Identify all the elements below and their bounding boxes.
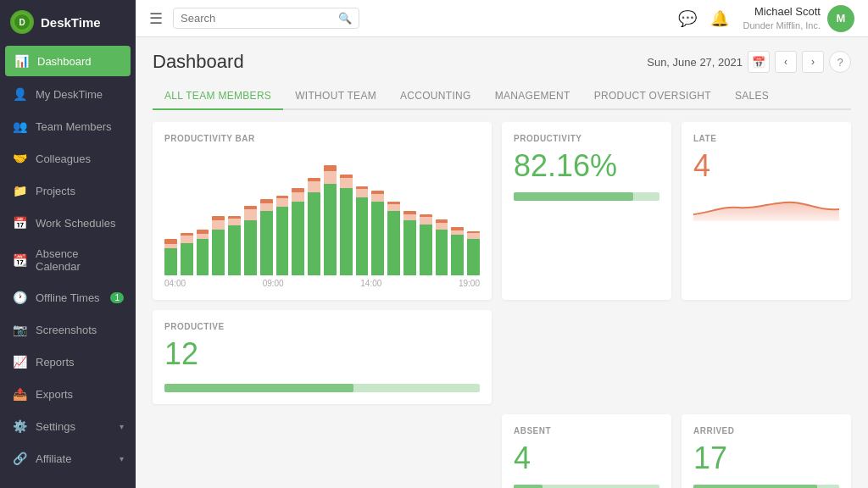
sidebar-item-team-members[interactable]: 👥 Team Members [0, 110, 136, 142]
main-content: ☰ 🔍 💬 🔔 Michael Scott Dunder Mifflin, In… [136, 0, 868, 488]
productive-widget: PRODUCTIVE 12 [153, 310, 492, 404]
tab-sales[interactable]: SALES [723, 83, 781, 110]
page-title: Dashboard [153, 51, 244, 73]
date-display: Sun, June 27, 2021 [647, 56, 743, 69]
svg-text:D: D [19, 18, 25, 27]
productivity-label: PRODUCTIVITY [514, 134, 659, 143]
prev-date-button[interactable]: ‹ [775, 51, 797, 73]
dashboard: Dashboard Sun, June 27, 2021 📅 ‹ › ? ALL… [136, 37, 868, 488]
tab-all-team-members[interactable]: ALL TEAM MEMBERS [153, 83, 283, 110]
avatar[interactable]: M [827, 5, 854, 32]
work-schedules-icon: 📅 [12, 215, 27, 230]
offline-times-icon: 🕐 [12, 290, 27, 305]
productivity-bar-widget: PRODUCTIVITY BAR 04:00 09:00 14:00 19:00 [153, 122, 492, 300]
absent-value: 4 [514, 441, 659, 476]
sidebar-item-offline-times[interactable]: 🕐 Offline Times 1 [0, 281, 136, 313]
productivity-bar-fill [514, 192, 633, 201]
productivity-widget: PRODUCTIVITY 82.16% [502, 122, 671, 300]
sidebar-item-label: Work Schedules [36, 217, 115, 230]
arrived-bar-fill [693, 485, 817, 488]
exports-icon: 📤 [12, 386, 27, 402]
tab-without-team[interactable]: WITHOUT TEAM [283, 83, 388, 110]
topbar: ☰ 🔍 💬 🔔 Michael Scott Dunder Mifflin, In… [136, 0, 868, 37]
sidebar-nav: 📊 Dashboard 👤 My DeskTime 👥 Team Members… [0, 44, 136, 488]
chevron-down-icon: ▾ [120, 454, 124, 463]
logo-text: DeskTime [41, 15, 101, 30]
sidebar: D DeskTime 📊 Dashboard 👤 My DeskTime 👥 T… [0, 0, 136, 488]
help-icon[interactable]: ? [829, 51, 851, 73]
settings-icon: ⚙️ [12, 419, 27, 434]
chat-icon[interactable]: 💬 [678, 9, 697, 28]
user-text: Michael Scott Dunder Mifflin, Inc. [743, 5, 821, 31]
row-1: PRODUCTIVITY BAR 04:00 09:00 14:00 19:00… [153, 122, 851, 300]
absent-label: ABSENT [514, 426, 659, 435]
next-date-button[interactable]: › [802, 51, 824, 73]
sidebar-item-label: Absence Calendar [36, 247, 124, 273]
time-label-19: 19:00 [459, 279, 480, 288]
my-desktime-icon: 👤 [12, 86, 27, 102]
search-box[interactable]: 🔍 [173, 8, 359, 29]
dashboard-header: Dashboard Sun, June 27, 2021 📅 ‹ › ? [153, 51, 851, 73]
hamburger-icon[interactable]: ☰ [149, 9, 163, 28]
arrived-bar [693, 485, 839, 488]
time-label-04: 04:00 [164, 279, 186, 288]
sidebar-item-exports[interactable]: 📤 Exports [0, 378, 136, 410]
chevron-down-icon: ▾ [120, 422, 124, 431]
sidebar-item-work-schedules[interactable]: 📅 Work Schedules [0, 207, 136, 239]
sidebar-item-affiliate[interactable]: 🔗 Affiliate ▾ [0, 442, 136, 474]
user-name: Michael Scott [743, 5, 821, 19]
productive-label: PRODUCTIVE [164, 322, 480, 331]
tab-management[interactable]: MANAGEMENT [483, 83, 582, 110]
logo-icon: D [10, 10, 34, 34]
productive-value: 12 [164, 336, 480, 372]
calendar-icon[interactable]: 📅 [748, 51, 770, 73]
sidebar-item-reports[interactable]: 📈 Reports [0, 346, 136, 378]
sidebar-item-my-desktime[interactable]: 👤 My DeskTime [0, 78, 136, 110]
user-info: Michael Scott Dunder Mifflin, Inc. M [743, 5, 854, 32]
sidebar-item-settings[interactable]: ⚙️ Settings ▾ [0, 410, 136, 442]
team-members-icon: 👥 [12, 119, 27, 134]
time-label-14: 14:00 [360, 279, 381, 288]
colleagues-icon: 🤝 [12, 151, 27, 166]
topbar-right: 💬 🔔 Michael Scott Dunder Mifflin, Inc. M [678, 5, 854, 32]
bell-icon[interactable]: 🔔 [710, 9, 729, 28]
tab-accounting[interactable]: ACCOUNTING [388, 83, 483, 110]
sidebar-item-label: Exports [36, 388, 73, 401]
sidebar-item-label: Settings [36, 420, 75, 433]
sidebar-item-label: Screenshots [36, 324, 97, 336]
date-navigation: Sun, June 27, 2021 📅 ‹ › ? [647, 51, 851, 73]
affiliate-icon: 🔗 [12, 451, 27, 466]
search-input[interactable] [181, 12, 333, 25]
sidebar-item-colleagues[interactable]: 🤝 Colleagues [0, 142, 136, 175]
arrived-label: ARRIVED [693, 426, 839, 435]
sidebar-item-projects[interactable]: 📁 Projects [0, 175, 136, 207]
sidebar-item-absence-calendar[interactable]: 📆 Absence Calendar [0, 239, 136, 281]
arrived-widget: ARRIVED 17 [682, 414, 851, 488]
screenshots-icon: 📷 [12, 322, 27, 337]
logo: D DeskTime [0, 0, 136, 44]
sidebar-item-dashboard[interactable]: 📊 Dashboard [5, 46, 131, 76]
absent-bar [514, 485, 659, 488]
tab-product-oversight[interactable]: PRODUCT OVERSIGHT [582, 83, 723, 110]
sidebar-item-label: Offline Times [36, 291, 100, 304]
dashboard-icon: 📊 [14, 53, 29, 69]
productive-bar [164, 384, 480, 392]
sidebar-item-label: My DeskTime [36, 88, 103, 101]
sidebar-item-label: Affiliate [36, 452, 71, 465]
chart-time-labels: 04:00 09:00 14:00 19:00 [164, 275, 480, 288]
sidebar-item-label: Dashboard [37, 55, 92, 68]
search-icon: 🔍 [338, 12, 352, 25]
sidebar-item-screenshots[interactable]: 📷 Screenshots [0, 313, 136, 346]
sidebar-item-label: Projects [36, 185, 75, 197]
late-value: 4 [693, 148, 839, 184]
user-company: Dunder Mifflin, Inc. [743, 19, 821, 31]
reports-icon: 📈 [12, 354, 27, 369]
dashboard-tabs: ALL TEAM MEMBERS WITHOUT TEAM ACCOUNTING… [153, 83, 851, 110]
chart-label: PRODUCTIVITY BAR [164, 134, 480, 143]
productive-bar-fill [164, 384, 353, 392]
sidebar-item-label: Colleagues [36, 152, 91, 165]
absent-widget: ABSENT 4 [502, 414, 671, 488]
offline-times-badge: 1 [110, 292, 124, 303]
time-label-09: 09:00 [263, 279, 284, 288]
productivity-bar [514, 192, 659, 201]
